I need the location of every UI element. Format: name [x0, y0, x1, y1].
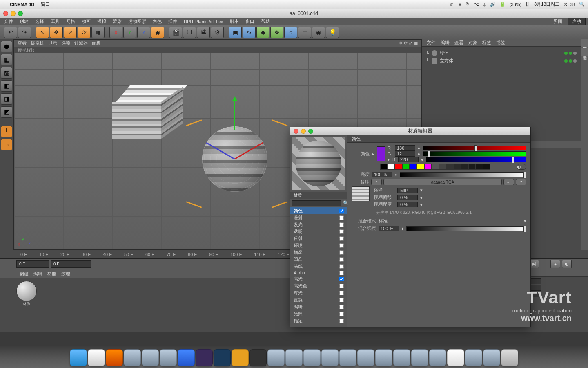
vp-view[interactable]: 查看: [18, 40, 27, 46]
layout-dropdown[interactable]: 启动: [568, 18, 586, 25]
minimize-button[interactable]: [11, 11, 16, 16]
point-mode[interactable]: ◧: [1, 80, 12, 92]
dock-app4[interactable]: [267, 349, 285, 366]
dock-ae[interactable]: [196, 349, 213, 366]
me-zoom[interactable]: [308, 129, 313, 134]
g-value[interactable]: 12: [395, 151, 415, 157]
scale-tool[interactable]: ⤢: [64, 27, 77, 38]
dock-app9[interactable]: [357, 349, 374, 366]
b-slider[interactable]: [426, 157, 526, 162]
last-tool[interactable]: ▦: [91, 27, 105, 38]
channel-反射[interactable]: 反射: [290, 235, 347, 242]
close-button[interactable]: [3, 11, 8, 16]
channel-Alpha[interactable]: Alpha: [290, 270, 347, 276]
menu-help[interactable]: 帮助: [259, 18, 272, 25]
menu-create[interactable]: 创建: [18, 18, 30, 25]
autokey[interactable]: ◐: [562, 260, 572, 268]
color-picker-icon[interactable]: ◐: [517, 164, 526, 170]
dock-app11[interactable]: [393, 349, 410, 366]
tree-sphere[interactable]: └ 球体: [424, 49, 578, 57]
generator-tool[interactable]: ◆: [256, 27, 270, 38]
zoom-button[interactable]: [18, 11, 23, 16]
r-value[interactable]: 130: [395, 145, 415, 151]
axis-x-toggle[interactable]: X: [114, 30, 117, 35]
channel-透明[interactable]: 透明: [290, 228, 347, 235]
tab-content[interactable]: 内容浏览器: [581, 39, 588, 47]
dock-appstore[interactable]: [178, 349, 195, 366]
rotate-tool[interactable]: ⟳: [78, 27, 91, 38]
menu-char[interactable]: 角色: [151, 18, 163, 25]
render-region[interactable]: 🎞: [183, 27, 196, 38]
texture-file[interactable]: aaaaaa.TGA: [383, 179, 502, 185]
blur-offset[interactable]: 0 %: [397, 195, 418, 200]
menu-file[interactable]: 文件: [2, 18, 15, 25]
me-min[interactable]: [301, 129, 306, 134]
mix-mode[interactable]: 标准: [379, 218, 521, 224]
sync-icon[interactable]: ↻: [466, 2, 470, 7]
blur-strength[interactable]: 0 %: [397, 202, 418, 207]
texture-browse[interactable]: ...: [503, 179, 514, 185]
dock-app6[interactable]: [303, 349, 321, 366]
display-icon[interactable]: 🖥: [457, 2, 462, 7]
mix-slider[interactable]: [406, 226, 526, 231]
frame-start[interactable]: 0 F: [51, 260, 91, 268]
dock-app7[interactable]: [321, 349, 339, 366]
menu-script[interactable]: 脚本: [228, 18, 241, 25]
poly-mode[interactable]: ◩: [1, 106, 12, 118]
dock-trash[interactable]: [501, 349, 518, 366]
dock-app13[interactable]: [429, 349, 446, 366]
bluetooth-icon[interactable]: ⌥: [474, 2, 479, 7]
mix-strength[interactable]: 100 %: [379, 226, 399, 231]
record-key[interactable]: ●: [550, 260, 560, 268]
edge-mode[interactable]: ◨: [1, 93, 12, 105]
tex-arrow[interactable]: ▸: [371, 179, 382, 185]
menu-anim[interactable]: 动画: [80, 18, 92, 25]
vp-options[interactable]: 选项: [61, 40, 70, 46]
make-editable[interactable]: ⬢: [1, 41, 12, 52]
dock-app8[interactable]: [339, 349, 356, 366]
dock-ps[interactable]: [214, 349, 231, 366]
b-value[interactable]: 220: [398, 157, 419, 162]
menu-dpit[interactable]: DPIT Plants & Effex: [182, 19, 225, 25]
channel-置换[interactable]: 置换: [290, 296, 347, 303]
material-thumb[interactable]: [16, 281, 37, 301]
model-mode[interactable]: ▦: [1, 54, 12, 65]
channel-环境[interactable]: 环境: [290, 242, 347, 249]
primitive-cube[interactable]: ▣: [229, 27, 242, 38]
bulb-icon[interactable]: 💡: [326, 27, 339, 38]
environment-tool[interactable]: ○: [284, 27, 297, 38]
ime-indicator[interactable]: 拼: [526, 1, 530, 7]
channel-辉光[interactable]: 辉光: [290, 289, 347, 296]
screencast-icon[interactable]: ⎚: [450, 2, 453, 7]
coord-system[interactable]: ◉: [151, 27, 164, 38]
sample-mode[interactable]: MIP: [397, 188, 418, 193]
render-view[interactable]: 🎬: [169, 27, 182, 38]
dock-app5[interactable]: [285, 349, 303, 366]
tab-struct[interactable]: 构造: [581, 48, 588, 56]
axis-mode[interactable]: └: [1, 126, 12, 137]
vp-display[interactable]: 显示: [48, 40, 57, 46]
channel-高光色[interactable]: 高光色: [290, 283, 347, 289]
axis-z-toggle[interactable]: Z: [143, 30, 145, 35]
dock-app2[interactable]: [142, 349, 159, 366]
redo-button[interactable]: ↷: [18, 27, 31, 38]
g-slider[interactable]: [423, 151, 526, 156]
vp-filter[interactable]: 过滤器: [74, 40, 88, 46]
channel-编辑[interactable]: 编辑: [290, 303, 347, 310]
channel-高光[interactable]: 高光: [290, 276, 347, 283]
dock-c4d[interactable]: [249, 349, 267, 366]
channel-烟雾[interactable]: 烟雾: [290, 249, 347, 256]
channel-凹凸[interactable]: 凹凸: [290, 256, 347, 263]
dock-qq[interactable]: [447, 349, 464, 366]
texture-thumb[interactable]: [352, 186, 370, 201]
dock-app1[interactable]: [124, 349, 141, 366]
material-preview[interactable]: [292, 137, 345, 190]
menu-window[interactable]: 窗口: [41, 1, 50, 7]
camera-tool[interactable]: ▭: [298, 27, 311, 38]
channel-光照[interactable]: 光照: [290, 310, 347, 317]
move-tool[interactable]: ✥: [50, 27, 63, 38]
brightness-value[interactable]: 100 %: [372, 172, 392, 177]
r-slider[interactable]: [423, 146, 526, 150]
render-pv[interactable]: 📽: [197, 27, 210, 38]
battery-icon[interactable]: 🔋: [500, 2, 506, 7]
